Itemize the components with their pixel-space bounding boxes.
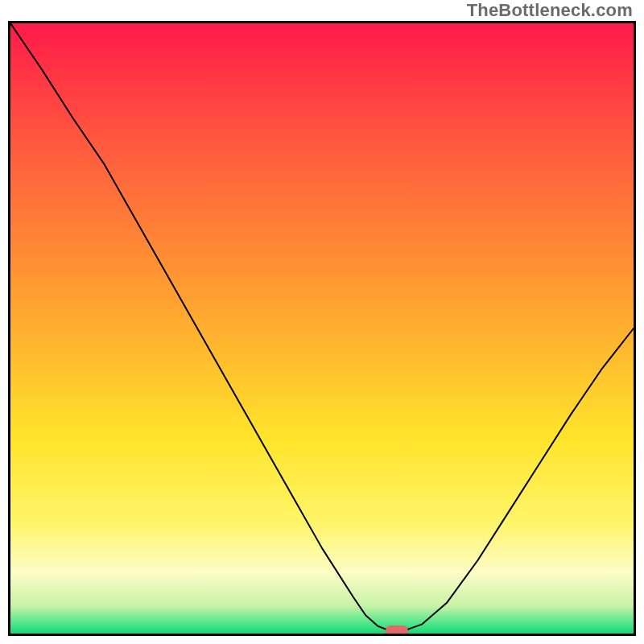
- gradient-background: [10, 23, 634, 634]
- optimum-marker: [386, 625, 408, 634]
- chart-plot-area: [8, 21, 636, 636]
- chart-svg: [10, 23, 634, 634]
- watermark-text: TheBottleneck.com: [467, 0, 633, 21]
